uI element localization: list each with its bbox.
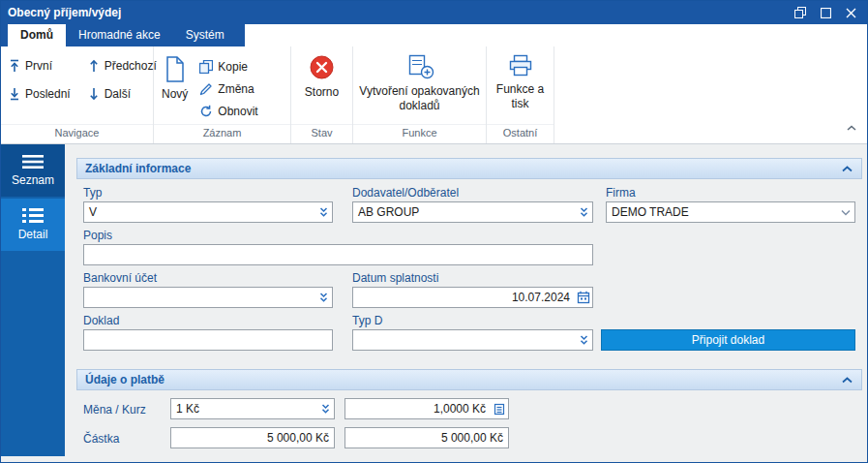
bank-account-dropdown-double-chevron-icon[interactable]: [314, 292, 332, 303]
collapse-ribbon-button[interactable]: [846, 118, 857, 136]
currency-combo[interactable]: 1 Kč: [170, 398, 335, 419]
due-date-field[interactable]: 10.07.2024: [352, 287, 593, 308]
copy-icon: [199, 60, 213, 74]
arrow-up-icon: [88, 59, 100, 73]
partner-combo[interactable]: AB GROUP: [352, 201, 593, 223]
repeated-documents-icon: [405, 54, 434, 79]
firma-dropdown-chevron-icon[interactable]: [837, 208, 854, 217]
amount-field[interactable]: 5 000,00 Kč: [170, 427, 335, 448]
copy-record-button[interactable]: Kopie: [199, 60, 257, 74]
storno-button[interactable]: Storno: [305, 46, 339, 124]
arrow-to-bottom-icon: [9, 87, 20, 101]
typ-d-dropdown-double-chevron-icon[interactable]: [575, 334, 592, 346]
currency-dropdown-double-chevron-icon[interactable]: [316, 403, 334, 415]
group-caption-ostatni: Ostatní: [487, 124, 554, 143]
previous-record-button[interactable]: Předchozí: [88, 59, 157, 73]
firma-select[interactable]: DEMO TRADE: [606, 201, 855, 223]
group-caption-stav: Stav: [291, 124, 352, 143]
collapse-payment-button[interactable]: [841, 376, 853, 385]
section-payment-header: Údaje o platbě: [76, 369, 862, 390]
doklad-input[interactable]: [83, 329, 333, 351]
tab-hromadne-akce[interactable]: Hromadné akce: [66, 24, 173, 46]
bank-account-label: Bankovní účet: [83, 271, 157, 285]
refresh-icon: [199, 105, 213, 118]
dock-icon: [794, 7, 806, 18]
section-payment-title: Údaje o platbě: [85, 373, 165, 386]
typ-value: V: [84, 205, 314, 219]
partner-dropdown-double-chevron-icon[interactable]: [575, 206, 592, 218]
bank-account-combo[interactable]: [83, 287, 333, 308]
storno-cancel-icon: [309, 54, 335, 80]
typ-d-label: Typ D: [352, 314, 382, 327]
maximize-button[interactable]: [816, 4, 835, 21]
window-title: Obecný příjem/výdej: [8, 6, 121, 19]
currency-rate-label: Měna / Kurz: [83, 403, 146, 417]
close-icon: [846, 8, 856, 18]
last-record-button[interactable]: Poslední: [9, 87, 71, 101]
attach-document-button[interactable]: Připojit doklad: [601, 329, 855, 351]
currency-value: 1 Kč: [171, 402, 316, 416]
edit-pencil-icon: [199, 82, 213, 96]
group-caption-zaznam: Záznam: [154, 124, 290, 143]
repeated-documents-label: Vytvoření opakovaných dokladů: [359, 84, 481, 113]
exchange-rate-icon[interactable]: [491, 403, 508, 416]
detail-content: Základní informace Typ Dodavatel/Odběrat…: [65, 144, 867, 456]
popis-input[interactable]: [83, 244, 593, 265]
amount-label: Částka: [83, 432, 119, 446]
amount-converted-field[interactable]: 5 000,00 Kč: [344, 427, 509, 448]
sidebar-item-detail[interactable]: Detail: [1, 199, 65, 251]
amount-converted-value: 5 000,00 Kč: [345, 431, 508, 445]
firma-label: Firma: [606, 186, 636, 200]
collapse-ribbon-icon: [846, 124, 857, 132]
next-record-button[interactable]: Další: [88, 87, 157, 101]
next-record-label: Další: [105, 87, 131, 101]
firma-value: DEMO TRADE: [607, 205, 837, 219]
typ-combo[interactable]: V: [83, 201, 333, 223]
due-date-label: Datum splatnosti: [352, 271, 438, 285]
arrow-to-top-icon: [9, 59, 20, 73]
close-button[interactable]: [841, 4, 860, 21]
sidebar-item-seznam[interactable]: Seznam: [1, 144, 65, 197]
edit-record-label: Změna: [218, 82, 254, 96]
repeated-documents-button[interactable]: Vytvoření opakovaných dokladů: [359, 46, 481, 124]
collapse-section-icon: [841, 165, 853, 173]
exchange-rate-field[interactable]: 1,0000 Kč: [344, 398, 509, 419]
dock-window-button[interactable]: [791, 4, 810, 21]
due-date-value: 10.07.2024: [353, 291, 575, 304]
first-record-button[interactable]: První: [9, 59, 71, 73]
doklad-label: Doklad: [83, 314, 119, 327]
sidebar-item-detail-label: Detail: [18, 228, 48, 241]
window-controls: [791, 4, 860, 21]
tab-system[interactable]: Systém: [173, 24, 237, 46]
ribbon-group-navigace: První Předchozí Poslední Další Navigace: [1, 46, 154, 143]
previous-record-label: Předchozí: [105, 59, 157, 73]
refresh-record-button[interactable]: Obnovit: [199, 105, 257, 118]
collapse-basic-button[interactable]: [841, 165, 853, 173]
collapse-section-icon: [841, 376, 853, 385]
group-caption-navigace: Navigace: [1, 124, 153, 143]
typ-d-combo[interactable]: [352, 329, 593, 351]
refresh-record-label: Obnovit: [218, 105, 257, 118]
printer-icon: [508, 54, 533, 77]
ribbon-group-zaznam: Nový Kopie Změna Obnovit: [154, 46, 291, 143]
hamburger-menu-icon: [22, 155, 44, 169]
view-sidebar: Seznam Detail: [1, 144, 65, 456]
detail-list-icon: [22, 208, 44, 223]
sidebar-item-seznam-label: Seznam: [12, 173, 54, 187]
partner-label: Dodavatel/Odběratel: [352, 186, 459, 200]
group-caption-funkce: Funkce: [353, 124, 486, 143]
typ-label: Typ: [83, 186, 102, 200]
ribbon: První Předchozí Poslední Další Navigace: [1, 46, 867, 144]
new-record-button[interactable]: Nový: [162, 48, 188, 124]
section-basic-title: Základní informace: [85, 162, 191, 175]
storno-label: Storno: [305, 85, 339, 100]
title-bar: Obecný příjem/výdej: [1, 1, 867, 24]
edit-record-button[interactable]: Změna: [199, 82, 257, 96]
print-functions-button[interactable]: Funkce a tisk: [492, 46, 550, 124]
last-record-label: Poslední: [25, 87, 71, 101]
calendar-icon[interactable]: [575, 291, 592, 304]
exchange-rate-value: 1,0000 Kč: [345, 402, 491, 416]
tab-domu[interactable]: Domů: [8, 24, 66, 46]
typ-dropdown-double-chevron-icon[interactable]: [314, 206, 332, 218]
arrow-down-icon: [88, 87, 100, 101]
